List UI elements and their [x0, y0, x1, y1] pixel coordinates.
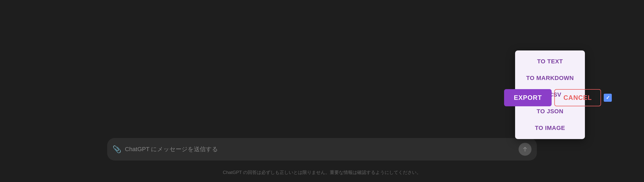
- input-bar: 📎 ChatGPT にメッセージを送信する: [107, 138, 537, 161]
- send-icon: [522, 146, 528, 152]
- footer-disclaimer: ChatGPT の回答は必ずしも正しいとは限りません。重要な情報は確認するように…: [223, 169, 421, 176]
- main-area: 📎 ChatGPT にメッセージを送信する ChatGPT の回答は必ずしも正し…: [0, 0, 644, 182]
- attach-icon[interactable]: 📎: [113, 145, 121, 154]
- export-button[interactable]: EXPORT: [504, 89, 552, 106]
- confirm-checkbox[interactable]: [604, 94, 612, 102]
- export-to-image[interactable]: TO IMAGE: [515, 120, 585, 136]
- send-button[interactable]: [519, 143, 531, 156]
- export-to-markdown[interactable]: TO MARKDOWN: [515, 70, 585, 86]
- cancel-button[interactable]: CANCEL: [554, 89, 601, 106]
- bottom-buttons: EXPORT CANCEL: [504, 89, 612, 106]
- export-to-text[interactable]: TO TEXT: [515, 53, 585, 70]
- chat-input[interactable]: ChatGPT にメッセージを送信する: [125, 145, 515, 153]
